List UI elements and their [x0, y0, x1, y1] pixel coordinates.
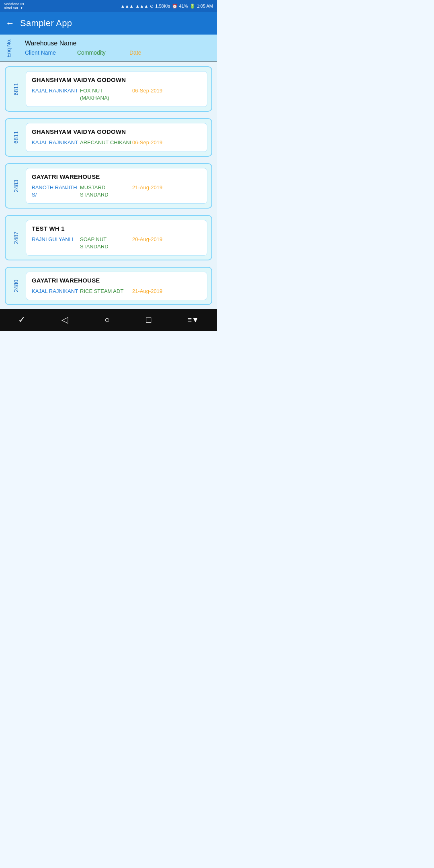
enq-number: 2480: [10, 272, 23, 300]
commodity-name: ARECANUT CHIKANI: [80, 139, 132, 146]
client-name: KAJAL RAJNIKANT: [32, 288, 80, 295]
warehouse-name: GAYATRI WAREHOUSE: [32, 277, 201, 284]
card-inner: GHANSHYAM VAIDYA GODOWN KAJAL RAJNIKANT …: [26, 71, 207, 107]
speed-label: 1.58K/s: [155, 4, 170, 8]
alarm-icon: ⏰: [172, 4, 178, 9]
details-row: KAJAL RAJNIKANT RICE STEAM ADT 21-Aug-20…: [32, 288, 201, 295]
list-item[interactable]: 6811 GHANSHYAM VAIDYA GODOWN KAJAL RAJNI…: [5, 66, 212, 112]
list-item[interactable]: 6811 GHANSHYAM VAIDYA GODOWN KAJAL RAJNI…: [5, 118, 212, 156]
list-item[interactable]: 2487 TEST WH 1 RAJNI GULYANI I SOAP NUT …: [5, 215, 212, 260]
date-value: 21-Aug-2019: [132, 288, 201, 295]
header-right: Warehouse Name Client Name Commodity Dat…: [25, 40, 211, 56]
records-list: 6811 GHANSHYAM VAIDYA GODOWN KAJAL RAJNI…: [0, 62, 217, 309]
time-label: 1:05 AM: [197, 4, 213, 8]
enq-number: 2483: [10, 168, 23, 204]
wifi-icon: ⊙: [150, 4, 154, 9]
details-row: BANOTH RANJITH S/ MUSTARD STANDARD 21-Au…: [32, 184, 201, 199]
sub-carrier: airtel VoLTE: [4, 6, 24, 10]
battery-label: 41%: [179, 4, 188, 8]
app-title: Sampler App: [20, 18, 72, 29]
date-value: 21-Aug-2019: [132, 184, 201, 199]
enq-number: 6811: [10, 123, 23, 151]
commodity-name: RICE STEAM ADT: [80, 288, 132, 295]
date-value: 06-Sep-2019: [132, 87, 201, 102]
client-name: BANOTH RANJITH S/: [32, 184, 80, 199]
warehouse-name-header: Warehouse Name: [25, 40, 211, 47]
warehouse-name: TEST WH 1: [32, 225, 201, 232]
battery-icon: 🔋: [190, 4, 195, 9]
warehouse-name: GAYATRI WAREHOUSE: [32, 173, 201, 180]
commodity-name: SOAP NUT STANDARD: [80, 236, 132, 250]
menu-icon[interactable]: ≡▼: [188, 316, 199, 324]
list-item[interactable]: 2480 GAYATRI WAREHOUSE KAJAL RAJNIKANT R…: [5, 267, 212, 305]
commodity-name: FOX NUT (MAKHANA): [80, 87, 132, 102]
details-row: KAJAL RAJNIKANT FOX NUT (MAKHANA) 06-Sep…: [32, 87, 201, 102]
status-bar: Vodafone IN airtel VoLTE ▲▲▲ ▲▲▲ ⊙ 1.58K…: [0, 0, 217, 12]
nav-bar: ✓ ◁ ○ □ ≡▼: [0, 309, 217, 331]
date-value: 20-Aug-2019: [132, 236, 201, 250]
signal2-icon: ▲▲▲: [135, 4, 149, 8]
enq-no-header: Enq No.: [6, 39, 21, 57]
card-inner: TEST WH 1 RAJNI GULYANI I SOAP NUT STAND…: [26, 220, 207, 256]
card-inner: GHANSHYAM VAIDYA GODOWN KAJAL RAJNIKANT …: [26, 123, 207, 151]
client-name-header: Client Name: [25, 49, 77, 56]
details-row: RAJNI GULYANI I SOAP NUT STANDARD 20-Aug…: [32, 236, 201, 250]
enq-number: 2487: [10, 220, 23, 256]
status-icons: ▲▲▲ ▲▲▲ ⊙ 1.58K/s ⏰ 41% 🔋 1:05 AM: [121, 4, 213, 9]
list-item[interactable]: 2483 GAYATRI WAREHOUSE BANOTH RANJITH S/…: [5, 163, 212, 209]
enq-number: 6811: [10, 71, 23, 107]
details-row: KAJAL RAJNIKANT ARECANUT CHIKANI 06-Sep-…: [32, 139, 201, 146]
commodity-header: Commodity: [77, 49, 129, 56]
card-inner: GAYATRI WAREHOUSE BANOTH RANJITH S/ MUST…: [26, 168, 207, 204]
app-bar: ← Sampler App: [0, 12, 217, 35]
back-nav-icon[interactable]: ◁: [61, 315, 68, 325]
client-name: KAJAL RAJNIKANT: [32, 87, 80, 102]
back-button[interactable]: ←: [6, 18, 14, 29]
check-icon[interactable]: ✓: [18, 315, 25, 325]
date-header: Date: [129, 49, 211, 56]
signal-icon: ▲▲▲: [121, 4, 134, 8]
client-name: RAJNI GULYANI I: [32, 236, 80, 250]
column-header: Enq No. Warehouse Name Client Name Commo…: [0, 35, 217, 62]
sub-headers: Client Name Commodity Date: [25, 49, 211, 56]
commodity-name: MUSTARD STANDARD: [80, 184, 132, 199]
client-name: KAJAL RAJNIKANT: [32, 139, 80, 146]
carrier-info: Vodafone IN airtel VoLTE: [4, 2, 24, 10]
card-inner: GAYATRI WAREHOUSE KAJAL RAJNIKANT RICE S…: [26, 272, 207, 300]
date-value: 06-Sep-2019: [132, 139, 201, 146]
square-icon[interactable]: □: [146, 315, 151, 325]
carrier-name: Vodafone IN: [4, 2, 24, 6]
home-icon[interactable]: ○: [104, 315, 110, 325]
warehouse-name: GHANSHYAM VAIDYA GODOWN: [32, 128, 201, 135]
warehouse-name: GHANSHYAM VAIDYA GODOWN: [32, 76, 201, 83]
